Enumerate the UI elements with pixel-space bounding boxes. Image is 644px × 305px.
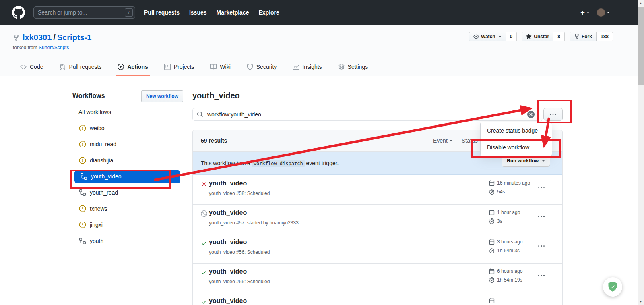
watch-button-group: Watch 0 — [469, 32, 517, 41]
runs-search — [192, 108, 539, 121]
chevron-down-icon — [586, 12, 590, 13]
tab-projects[interactable]: Projects — [163, 59, 196, 76]
menu-item-disable-workflow[interactable]: Disable workflow — [481, 139, 552, 156]
scroll-up-arrow-icon[interactable]: ▲ — [638, 0, 644, 7]
run-options-kebab-icon[interactable] — [538, 243, 545, 249]
slash-shortcut-key: / — [125, 8, 133, 17]
user-menu[interactable] — [597, 8, 610, 17]
sidebar-item-all-workflows[interactable]: All workflows — [72, 104, 184, 120]
tab-code[interactable]: Code — [19, 59, 45, 76]
watch-label: Watch — [481, 34, 495, 39]
menu-item-create-status-badge[interactable]: Create status badge — [481, 122, 552, 139]
tab-settings[interactable]: Settings — [336, 59, 370, 76]
run-time: 1 hour ago — [489, 210, 520, 215]
repo-name-link[interactable]: Scripts-1 — [57, 33, 92, 42]
run-time-text: 3 hours ago — [497, 239, 522, 245]
run-row: youth_video youth_video #58: Scheduled 1… — [193, 175, 562, 204]
tab-security[interactable]: Security — [245, 59, 279, 76]
run-title-link[interactable]: youth_video — [209, 297, 247, 305]
calendar-icon — [489, 210, 495, 215]
tab-wiki[interactable]: Wiki — [208, 59, 232, 76]
run-options-kebab-icon[interactable] — [538, 272, 545, 279]
run-workflow-label: Run workflow — [507, 158, 539, 164]
tab-label: Code — [30, 64, 43, 70]
plus-icon: + — [580, 9, 585, 17]
tab-pull-requests[interactable]: Pull requests — [58, 59, 103, 76]
run-subtitle: youth_video #58: Scheduled — [209, 191, 270, 196]
run-time-text: 1 hour ago — [497, 210, 520, 215]
gear-icon — [338, 64, 345, 70]
workflow-item-label: youth_video — [91, 173, 122, 180]
nav-issues[interactable]: Issues — [189, 9, 207, 16]
tab-label: Pull requests — [69, 64, 101, 70]
vertical-scrollbar[interactable]: ▲ ▼ — [638, 0, 644, 305]
chevron-down-icon — [542, 160, 545, 162]
stopwatch-icon — [489, 248, 495, 253]
calendar-icon — [489, 180, 495, 186]
sidebar-item-dianshijia[interactable]: dianshijia — [72, 152, 184, 168]
repo-owner-link[interactable]: lxk0301 — [23, 33, 52, 42]
run-options-kebab-icon[interactable] — [538, 214, 545, 220]
fork-button[interactable]: Fork — [570, 32, 597, 41]
nav-pull-requests[interactable]: Pull requests — [144, 9, 180, 16]
status-filter-label: Status — [462, 137, 478, 144]
new-workflow-button[interactable]: New workflow — [141, 90, 183, 102]
runs-search-input[interactable] — [192, 108, 539, 121]
watch-button[interactable]: Watch — [469, 32, 506, 41]
run-duration: 1h 54m 19s — [489, 277, 522, 283]
sidebar-item-youth-read[interactable]: youth_read — [72, 185, 184, 201]
run-row: youth_video youth_video #55: Scheduled 6… — [193, 263, 562, 293]
check-success-icon — [201, 269, 207, 276]
banner-text: This workflow has a workflow_dispatch ev… — [201, 160, 339, 166]
sidebar-item-midu-read[interactable]: midu_read — [72, 136, 184, 152]
repo-forked-icon — [13, 35, 19, 41]
fork-button-group: Fork 188 — [570, 32, 613, 41]
run-title-link[interactable]: youth_video — [209, 209, 247, 216]
sidebar-item-youth-video-selected[interactable]: youth_video — [74, 170, 180, 183]
fork-label: Fork — [582, 34, 592, 39]
run-title-link[interactable]: youth_video — [209, 239, 247, 246]
sidebar-item-youth[interactable]: youth — [72, 233, 184, 249]
tab-insights[interactable]: Insights — [291, 59, 323, 76]
create-new-menu[interactable]: + — [580, 9, 590, 17]
sidebar-item-txnews[interactable]: txnews — [72, 201, 184, 217]
calendar-icon — [489, 268, 495, 274]
run-title-link[interactable]: youth_video — [209, 180, 247, 187]
run-options-kebab-icon[interactable] — [538, 184, 545, 191]
graph-icon — [293, 64, 299, 70]
clear-search-icon[interactable] — [527, 111, 535, 118]
run-title-link[interactable]: youth_video — [209, 268, 247, 275]
x-failed-icon — [201, 181, 207, 187]
scrollbar-thumb[interactable] — [638, 7, 644, 85]
run-time-text: 6 hours ago — [497, 268, 522, 274]
git-pull-request-icon — [59, 64, 66, 70]
watch-count[interactable]: 0 — [506, 32, 517, 41]
fork-count[interactable]: 188 — [597, 32, 613, 41]
adguard-assistant-button[interactable] — [603, 277, 622, 297]
check-icon — [610, 284, 615, 290]
tab-label: Projects — [174, 64, 194, 70]
tab-actions[interactable]: Actions — [116, 59, 149, 76]
sidebar-item-weibo[interactable]: weibo — [72, 120, 184, 136]
star-count[interactable]: 8 — [553, 32, 565, 41]
scroll-down-arrow-icon[interactable]: ▼ — [638, 298, 644, 305]
global-search-input[interactable] — [33, 6, 135, 19]
fork-source-link[interactable]: Sunert/Scripts — [39, 45, 69, 50]
check-success-icon — [201, 240, 207, 246]
run-subtitle: youth_video #55: Scheduled — [209, 279, 270, 284]
tab-label: Security — [256, 64, 277, 70]
unstar-button[interactable]: Unstar — [522, 32, 553, 41]
sidebar-item-jingxi[interactable]: jingxi — [72, 217, 184, 233]
github-logo-icon[interactable] — [12, 6, 25, 19]
workflow-options-menu: Create status badge Disable workflow — [480, 122, 552, 156]
sidebar-row: youth_video — [72, 168, 184, 185]
nav-marketplace[interactable]: Marketplace — [217, 9, 249, 16]
forked-from-label: forked from — [13, 45, 37, 50]
run-workflow-button[interactable]: Run workflow — [502, 155, 550, 167]
nav-explore[interactable]: Explore — [258, 9, 279, 16]
tab-label: Actions — [127, 64, 148, 70]
status-filter-dropdown[interactable]: Status — [462, 137, 483, 144]
results-count: 59 results — [201, 137, 227, 144]
event-filter-dropdown[interactable]: Event — [433, 137, 453, 144]
run-duration-text: 1h 54m 3s — [497, 248, 520, 253]
